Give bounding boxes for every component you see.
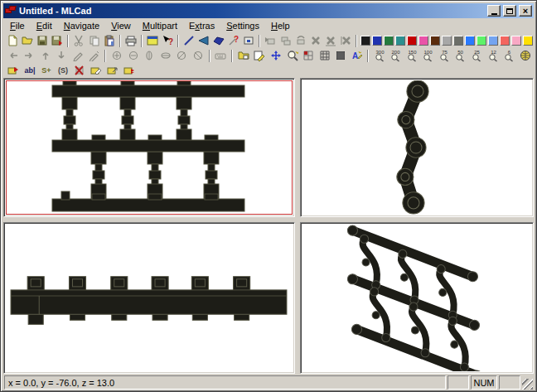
parts-tree-button[interactable] (235, 49, 252, 63)
zoom-300-button[interactable]: 300 (371, 49, 388, 63)
zoom-12-button[interactable]: 12 (485, 49, 501, 63)
delete-group-button[interactable] (338, 34, 353, 48)
color-swatch-13[interactable] (511, 36, 521, 46)
title-bar[interactable]: Untitled - MLCad × (3, 3, 534, 18)
viewport-bottom-left[interactable] (3, 222, 295, 374)
viewport-top-right-canvas[interactable] (302, 80, 531, 215)
snap-button[interactable] (70, 49, 86, 63)
draw-to-selection-button[interactable]: A (349, 49, 365, 63)
insert-rotation-step-button[interactable]: (S) (55, 64, 71, 78)
menu-item-extras[interactable]: Extras (183, 19, 220, 32)
color-swatch-12[interactable] (500, 36, 510, 46)
zoom-200-button[interactable]: 200 (388, 49, 404, 63)
select-mode-button[interactable] (252, 49, 268, 63)
buffer-exchange-button[interactable] (121, 64, 138, 78)
context-help-button[interactable]: ? (160, 34, 175, 48)
menu-item-settings[interactable]: Settings (220, 19, 265, 32)
color-swatch-7[interactable] (442, 36, 452, 46)
viewport-top-right[interactable] (300, 78, 534, 217)
color-swatch-11[interactable] (488, 36, 498, 46)
color-swatch-14[interactable] (523, 36, 533, 46)
save-as-button[interactable] (50, 34, 65, 48)
zoom-75-button[interactable]: 75 (437, 49, 453, 63)
delete-button[interactable] (308, 34, 323, 48)
move-left-button[interactable] (5, 49, 22, 63)
color-swatch-5[interactable] (418, 36, 428, 46)
color-swatch-4[interactable] (407, 36, 417, 46)
rotate-y-minus-button[interactable] (157, 49, 174, 63)
open-button[interactable] (20, 34, 35, 48)
rotate-y-plus-button[interactable] (141, 49, 157, 63)
snap-fine-button[interactable] (86, 49, 103, 63)
rotate-x-plus-button[interactable] (109, 49, 125, 63)
cut-button[interactable] (71, 34, 86, 48)
move-mode-button[interactable] (268, 49, 284, 63)
copy-button[interactable] (86, 34, 101, 48)
status-panel-2 (499, 375, 520, 390)
edit-command-button[interactable] (88, 64, 104, 78)
viewport-bottom-right-canvas[interactable] (302, 225, 531, 371)
system-info-button[interactable] (145, 34, 160, 48)
rotate-command-button[interactable] (104, 64, 121, 78)
menu-item-navigate[interactable]: Navigate (58, 19, 105, 32)
zoom-25-button[interactable]: 25 (469, 49, 486, 63)
zoom-150-button[interactable]: 150 (404, 49, 421, 63)
fine-grid-button[interactable] (332, 49, 349, 63)
edit-command-icon (90, 65, 102, 76)
paste-button[interactable] (102, 34, 117, 48)
minimize-button[interactable] (487, 5, 501, 17)
coarse-grid-button[interactable] (300, 49, 317, 63)
viewport-bottom-right[interactable] (300, 222, 534, 374)
draw-quad-button[interactable] (211, 34, 226, 48)
print-button[interactable] (123, 34, 138, 48)
color-swatch-9[interactable] (465, 36, 475, 46)
menu-item-multipart[interactable]: Multipart (137, 19, 183, 32)
color-swatch-8[interactable] (453, 36, 463, 46)
draw-box-button[interactable] (241, 34, 256, 48)
draw-optional-line-button[interactable]: ? (226, 34, 241, 48)
clear-command-button[interactable] (71, 64, 88, 78)
medium-grid-button[interactable] (317, 49, 333, 63)
insert-comment-button[interactable] (5, 64, 22, 78)
viewport-top-left-canvas[interactable] (6, 80, 293, 215)
rotate-z-minus-button[interactable] (190, 49, 206, 63)
new-button[interactable] (5, 34, 20, 48)
show-part-button[interactable] (293, 34, 308, 48)
insert-part-button[interactable] (263, 34, 278, 48)
zoom-mode-button[interactable] (284, 49, 301, 63)
menu-item-edit[interactable]: Edit (31, 19, 58, 32)
maximize-button[interactable] (503, 5, 516, 17)
move-down-button[interactable] (54, 49, 70, 63)
color-swatch-10[interactable] (477, 36, 486, 46)
delete-step-button[interactable] (323, 34, 338, 48)
zoom-fit-button[interactable] (517, 49, 534, 63)
minimize-icon (491, 13, 497, 15)
viewport-top-left[interactable] (3, 78, 295, 217)
resize-grip[interactable] (522, 379, 533, 390)
insert-text-button[interactable]: ab| (22, 64, 38, 78)
move-right-button[interactable] (22, 49, 38, 63)
draw-triangle-button[interactable] (196, 34, 211, 48)
color-swatch-3[interactable] (395, 36, 405, 46)
color-swatch-2[interactable] (384, 36, 394, 46)
svg-text:6: 6 (508, 50, 511, 55)
viewport-bottom-left-canvas[interactable] (6, 225, 293, 371)
color-swatch-0[interactable] (360, 36, 370, 46)
keyboard-entry-button[interactable] (213, 49, 230, 63)
menu-item-file[interactable]: File (4, 19, 31, 32)
menu-item-view[interactable]: View (105, 19, 137, 32)
color-swatch-1[interactable] (372, 36, 382, 46)
zoom-6-button[interactable]: 6 (501, 49, 518, 63)
insert-step-button[interactable]: S+ (38, 64, 55, 78)
hide-part-button[interactable] (278, 34, 293, 48)
save-button[interactable] (35, 34, 50, 48)
draw-line-button[interactable] (181, 34, 196, 48)
zoom-50-button[interactable]: 50 (452, 49, 469, 63)
color-swatch-6[interactable] (430, 36, 440, 46)
close-button[interactable]: × (519, 5, 532, 17)
move-up-button[interactable] (37, 49, 54, 63)
rotate-x-minus-button[interactable] (125, 49, 142, 63)
zoom-100-button[interactable]: 100 (420, 49, 437, 63)
menu-item-help[interactable]: Help (265, 19, 296, 32)
rotate-z-plus-button[interactable] (173, 49, 190, 63)
